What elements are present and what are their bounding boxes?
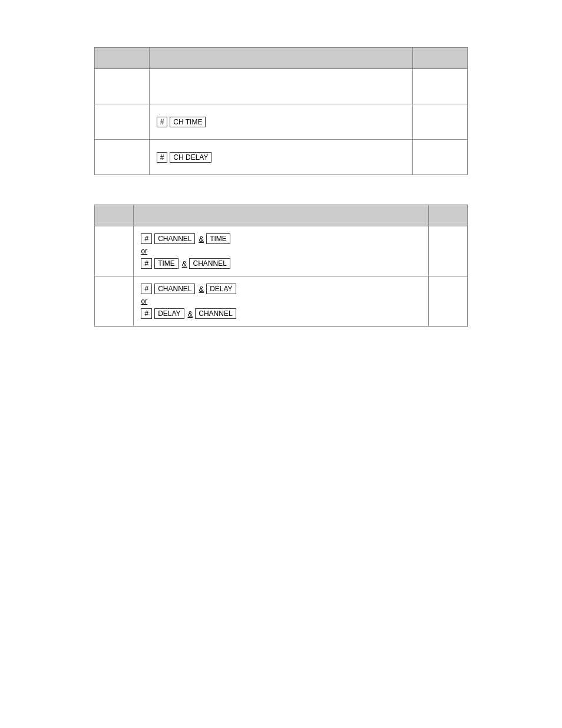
table2-header-col3: [428, 205, 467, 226]
table2-row1-col2: # CHANNEL & TIME or # TIME & CHANNEL: [134, 226, 428, 276]
key-ch-time: CH TIME: [170, 117, 206, 127]
table1-row1-col3: [413, 69, 468, 104]
table-row: # CHANNEL & DELAY or # DELAY & CHANNEL: [95, 276, 468, 327]
ampersand-symbol: &: [182, 259, 187, 268]
table2-row2-col2: # CHANNEL & DELAY or # DELAY & CHANNEL: [134, 276, 428, 327]
key-channel: CHANNEL: [154, 233, 195, 244]
table1-header-col1: [95, 48, 150, 69]
table-row: # CHANNEL & TIME or # TIME & CHANNEL: [95, 226, 468, 276]
table1-header-col2: [149, 48, 413, 69]
ampersand-symbol: &: [199, 235, 204, 243]
key-hash: #: [141, 284, 152, 294]
key-hash: #: [141, 308, 152, 319]
table2-row2-col1: [95, 276, 134, 327]
key-delay: DELAY: [154, 308, 184, 319]
or-label: or: [141, 297, 421, 305]
table2-row2-col3: [428, 276, 467, 327]
table1-row2-col1: [95, 104, 150, 140]
key-channel: CHANNEL: [189, 258, 230, 269]
key-hash: #: [141, 258, 152, 269]
key-delay: DELAY: [206, 284, 236, 294]
table2-row1-col1: [95, 226, 134, 276]
key-hash: #: [141, 233, 152, 244]
table1: # CH TIME # CH DELAY: [94, 47, 468, 175]
table1-row3-col1: [95, 140, 150, 175]
ampersand-symbol: &: [199, 285, 204, 294]
table2-header-col2: [134, 205, 428, 226]
table1-row3-col3: [413, 140, 468, 175]
table-row: # CH DELAY: [95, 140, 468, 175]
table1-row1-col1: [95, 69, 150, 104]
ampersand-symbol: &: [188, 309, 193, 318]
or-label: or: [141, 247, 421, 255]
table1-row3-col2: # CH DELAY: [149, 140, 413, 175]
table1-row1-col2: [149, 69, 413, 104]
table1-header-col3: [413, 48, 468, 69]
key-channel: CHANNEL: [154, 284, 195, 294]
table-row: [95, 69, 468, 104]
key-time: TIME: [206, 233, 230, 244]
table2: # CHANNEL & TIME or # TIME & CHANNEL: [94, 205, 468, 327]
table2-header-col1: [95, 205, 134, 226]
key-hash: #: [157, 152, 168, 163]
key-channel: CHANNEL: [195, 308, 236, 319]
key-hash: #: [157, 117, 168, 127]
table2-row1-col3: [428, 226, 467, 276]
key-time: TIME: [154, 258, 178, 269]
table-row: # CH TIME: [95, 104, 468, 140]
table1-row2-col3: [413, 104, 468, 140]
table1-row2-col2: # CH TIME: [149, 104, 413, 140]
key-ch-delay: CH DELAY: [170, 152, 211, 163]
